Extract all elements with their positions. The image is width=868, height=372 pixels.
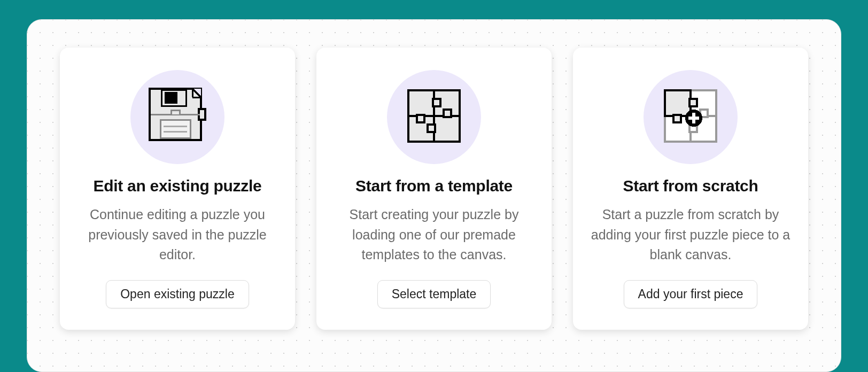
card-description: Start a puzzle from scratch by adding yo… [590, 205, 791, 265]
svg-rect-6 [165, 92, 177, 104]
card-start-template: Start from a template Start creating you… [316, 48, 552, 330]
svg-rect-15 [428, 125, 435, 132]
svg-rect-26 [673, 115, 681, 122]
svg-rect-14 [433, 99, 440, 106]
svg-rect-7 [160, 120, 190, 138]
card-edit-existing: Edit an existing puzzle Continue editing… [60, 48, 295, 330]
main-panel: Edit an existing puzzle Continue editing… [27, 19, 841, 372]
card-title: Start from scratch [623, 177, 758, 195]
add-first-piece-button[interactable]: Add your first piece [624, 280, 758, 308]
card-title: Edit an existing puzzle [94, 177, 262, 195]
open-existing-puzzle-button[interactable]: Open existing puzzle [106, 280, 249, 308]
svg-rect-29 [688, 117, 699, 120]
icon-circle [130, 70, 224, 164]
svg-rect-24 [665, 90, 691, 116]
card-title: Start from a template [355, 177, 513, 195]
icon-circle [387, 70, 481, 164]
svg-rect-17 [417, 115, 424, 122]
card-start-scratch: Start from scratch Start a puzzle from s… [573, 48, 808, 330]
cards-row: Edit an existing puzzle Continue editing… [50, 48, 818, 330]
select-template-button[interactable]: Select template [377, 280, 491, 308]
puzzle-template-icon [406, 88, 462, 146]
card-description: Continue editing a puzzle you previously… [77, 205, 278, 265]
card-description: Start creating your puzzle by loading on… [334, 205, 534, 265]
icon-circle [644, 70, 738, 164]
svg-rect-25 [689, 99, 697, 106]
svg-rect-18 [444, 110, 451, 117]
floppy-puzzle-icon [149, 88, 206, 146]
puzzle-add-icon [663, 88, 718, 146]
